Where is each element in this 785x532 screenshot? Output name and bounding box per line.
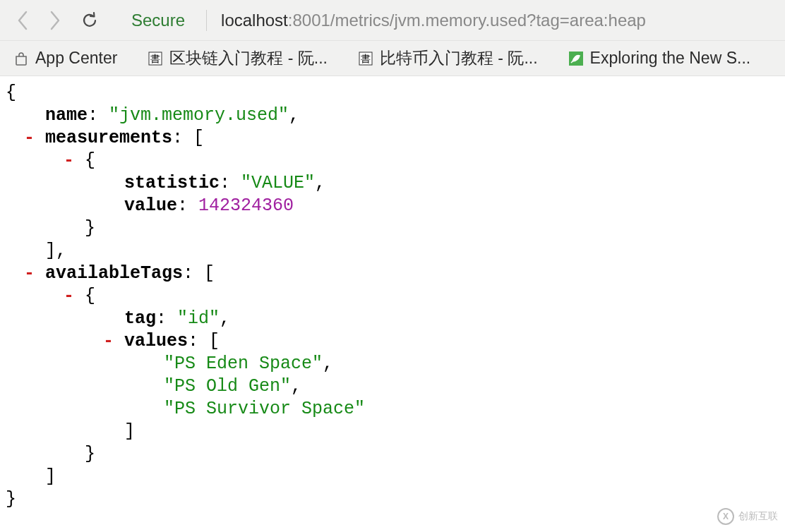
browser-toolbar: Secure localhost:8001/metrics/jvm.memory… — [0, 0, 785, 41]
secure-label: Secure — [131, 11, 185, 30]
bookmark-label: 比特币入门教程 - 阮... — [380, 47, 538, 69]
collapse-icon[interactable]: - — [24, 127, 35, 150]
json-row-value: value: 142324360 — [6, 195, 779, 217]
json-row-tag: tag: "id", — [6, 308, 779, 330]
address-bar[interactable]: localhost:8001/metrics/jvm.memory.used?t… — [221, 11, 646, 30]
watermark-text: 创新互联 — [738, 510, 778, 523]
json-brace-close: } — [6, 488, 779, 511]
json-string-item: "PS Survivor Space" — [6, 398, 779, 421]
bookmark-app-center[interactable]: App Center — [13, 49, 117, 68]
collapse-icon[interactable]: - — [64, 150, 74, 172]
json-brace-close: } — [6, 443, 779, 466]
json-row-values[interactable]: -values: [ — [6, 330, 779, 353]
bookmark-label: Exploring the New S... — [590, 49, 751, 68]
leaf-icon — [568, 50, 585, 67]
json-brace-open: { — [6, 82, 779, 104]
book-icon: 書 — [357, 50, 374, 67]
json-bracket-close: ] — [6, 466, 779, 488]
json-viewer: { name: "jvm.memory.used", -measurements… — [0, 76, 785, 516]
watermark: X 创新互联 — [717, 508, 778, 525]
book-icon: 書 — [147, 50, 164, 67]
collapse-icon[interactable]: - — [24, 262, 35, 285]
chevron-right-icon — [47, 10, 61, 31]
bookmark-bitcoin-tutorial[interactable]: 書 比特币入门教程 - 阮... — [357, 47, 538, 69]
json-string-item: "PS Eden Space", — [6, 353, 779, 375]
collapse-icon[interactable]: - — [64, 285, 74, 308]
svg-text:書: 書 — [361, 53, 371, 64]
json-brace-close: } — [6, 217, 779, 240]
json-string-item: "PS Old Gen", — [6, 375, 779, 398]
json-row-availabletags[interactable]: -availableTags: [ — [6, 262, 779, 285]
bookmarks-bar: App Center 書 区块链入门教程 - 阮... 書 比特币入门教程 - … — [0, 41, 785, 76]
json-bracket-close: ] — [6, 421, 779, 443]
forward-button[interactable] — [44, 10, 65, 31]
bookmark-exploring[interactable]: Exploring the New S... — [568, 49, 751, 68]
reload-icon — [80, 11, 100, 30]
bookmark-label: App Center — [35, 49, 117, 68]
reload-button[interactable] — [79, 10, 100, 31]
json-row-name: name: "jvm.memory.used", — [6, 104, 779, 127]
json-array-item[interactable]: -{ — [6, 285, 779, 308]
svg-text:書: 書 — [150, 53, 160, 64]
json-row-measurements[interactable]: -measurements: [ — [6, 127, 779, 150]
watermark-logo-icon: X — [717, 508, 734, 525]
bookmark-label: 区块链入门教程 - 阮... — [169, 47, 328, 69]
url-path: :8001/metrics/jvm.memory.used?tag=area:h… — [288, 11, 646, 30]
json-array-item[interactable]: -{ — [6, 150, 779, 172]
bookmark-blockchain-tutorial[interactable]: 書 区块链入门教程 - 阮... — [147, 47, 328, 69]
back-button[interactable] — [13, 10, 34, 31]
collapse-icon[interactable]: - — [103, 330, 114, 353]
json-bracket-close: ], — [6, 240, 779, 262]
url-host: localhost — [221, 11, 288, 30]
json-row-statistic: statistic: "VALUE", — [6, 172, 779, 195]
divider — [206, 10, 207, 31]
bag-icon — [13, 50, 30, 67]
chevron-left-icon — [16, 10, 30, 31]
